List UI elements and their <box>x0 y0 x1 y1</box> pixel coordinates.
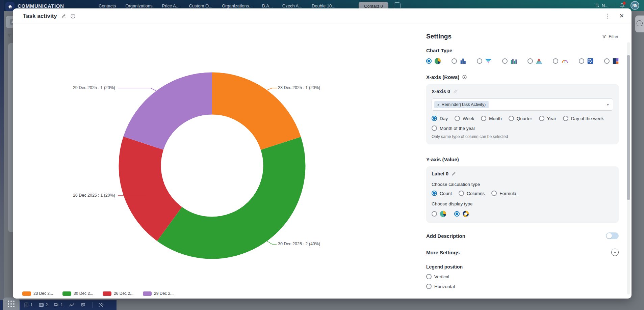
filter-button[interactable]: Filter <box>602 34 619 39</box>
apps-grid-button[interactable] <box>3 298 20 310</box>
info-icon[interactable] <box>462 75 467 80</box>
taskbar-item-documents[interactable]: 1 <box>24 302 33 308</box>
radio-label: Count <box>440 191 452 196</box>
chat-icon <box>53 302 59 308</box>
edit-xaxis-button[interactable] <box>453 89 458 94</box>
edit-yaxis-button[interactable] <box>452 171 456 176</box>
trend-line-icon <box>69 303 75 307</box>
taskbar-item-chat[interactable]: 1 <box>53 302 63 308</box>
radio-label: Day <box>440 116 448 121</box>
chart-type-funnel[interactable] <box>477 57 492 65</box>
nav-item[interactable]: Contacts <box>99 3 116 8</box>
legend-position-horizontal-row: Horizontal <box>426 284 619 289</box>
taskbar-count: 2 <box>46 303 48 307</box>
nav-item[interactable]: Price A... <box>162 3 180 8</box>
legend-item[interactable]: 30 Dec 2... <box>62 291 93 296</box>
radio <box>477 58 482 64</box>
radio <box>481 116 486 121</box>
topbar-divider <box>614 3 614 8</box>
nav-item[interactable]: Czech A... <box>282 3 302 8</box>
nav-item[interactable]: Custom O... <box>189 3 212 8</box>
radio <box>452 58 457 64</box>
new-tab-button[interactable] <box>394 2 401 9</box>
edit-title-button[interactable] <box>61 13 66 19</box>
nav-item[interactable]: Organizations... <box>222 3 253 8</box>
chart-type-treemap[interactable] <box>604 57 619 65</box>
pencil-icon <box>452 171 456 176</box>
period-option-quarter[interactable]: Quarter <box>509 116 532 121</box>
radio-label: Year <box>547 116 556 121</box>
legend-item[interactable]: 23 Dec 2... <box>22 291 53 296</box>
slice-label: 29 Dec 2025 : 1 (20%) <box>73 85 115 90</box>
radio <box>432 211 437 217</box>
legend-position-horizontal[interactable]: Horizontal <box>426 284 455 289</box>
taskbar-item-contacts[interactable]: 2 <box>38 302 48 308</box>
chart-canvas: 23 Dec 2025 : 1 (20%) 30 Dec 2025 : 2 (4… <box>13 24 419 298</box>
period-option-month[interactable]: Month <box>481 116 502 121</box>
selected-column-chip: x Reminder(Task Activity) <box>434 101 489 108</box>
period-option-year[interactable]: Year <box>539 116 556 121</box>
info-button[interactable] <box>70 13 76 19</box>
speech-bubble-icon <box>80 302 86 308</box>
radio-checked <box>432 191 437 196</box>
radio <box>491 191 497 196</box>
taskbar-divider <box>92 302 93 308</box>
display-option-pie[interactable] <box>432 210 447 218</box>
global-search[interactable]: N... <box>595 3 609 8</box>
nav-item[interactable]: Double 10... <box>312 3 335 8</box>
xaxis-column-select[interactable]: x Reminder(Task Activity) ▾ <box>432 98 613 111</box>
more-settings-label: More Settings <box>426 250 460 255</box>
search-icon <box>595 3 600 8</box>
calc-option-formula[interactable]: Formula <box>491 191 516 196</box>
chart-type-gauge[interactable] <box>553 57 569 65</box>
funnel-chart-icon <box>485 57 492 65</box>
period-option-week[interactable]: Week <box>455 116 474 121</box>
settings-scrollbar <box>627 42 630 294</box>
legend-item[interactable]: 29 Dec 2... <box>143 291 174 296</box>
taskbar-item-unpin[interactable] <box>98 302 104 308</box>
nav-item[interactable]: B.A... <box>262 3 273 8</box>
remove-chip-button[interactable]: x <box>437 103 439 107</box>
dialog-header: Task activity ⋮ ✕ <box>13 8 632 24</box>
yaxis-heading: Y-axis (Value) <box>426 157 619 162</box>
chart-type-pyramid[interactable] <box>527 57 543 65</box>
legend-position-label: Legend position <box>426 264 619 270</box>
notifications-button[interactable] <box>620 3 625 8</box>
xaxis-group-label: X-axis 0 <box>432 89 450 94</box>
collapse-chevron-icon[interactable] <box>637 20 643 26</box>
taskbar-item-comments[interactable] <box>80 302 86 308</box>
chart-type-pie[interactable] <box>426 57 441 65</box>
avatar[interactable]: NN <box>630 1 639 10</box>
chart-legend: 23 Dec 2... 30 Dec 2... 26 Dec 2... 29 D… <box>22 291 174 296</box>
calc-option-count[interactable]: Count <box>432 191 452 196</box>
dialog-menu-button[interactable]: ⋮ <box>605 12 611 20</box>
scrollbar-thumb[interactable] <box>627 55 630 200</box>
slice-label: 23 Dec 2025 : 1 (20%) <box>278 85 320 90</box>
contact-card-icon <box>38 302 44 308</box>
add-description-toggle[interactable] <box>606 232 619 239</box>
legend-item[interactable]: 26 Dec 2... <box>103 291 133 296</box>
calc-options-row: Count Columns Formula <box>432 191 613 196</box>
dialog-close-button[interactable]: ✕ <box>619 12 624 20</box>
radio-label: Month <box>489 116 502 121</box>
chart-type-column[interactable] <box>502 57 517 65</box>
radio <box>432 125 437 131</box>
calc-option-columns[interactable]: Columns <box>459 191 485 196</box>
taskbar-item-trends[interactable] <box>69 303 75 307</box>
toggle-knob <box>607 233 612 238</box>
display-option-donut[interactable] <box>454 210 469 218</box>
radio <box>563 116 568 121</box>
period-option-month-of-year[interactable]: Month of the year <box>432 125 475 131</box>
chart-type-table[interactable] <box>579 57 594 65</box>
period-option-day[interactable]: Day <box>432 116 448 121</box>
legend-position-vertical[interactable]: Vertical <box>426 274 449 279</box>
nav-item[interactable]: Organizations <box>125 3 152 8</box>
donut-display-icon <box>462 210 469 218</box>
more-settings-collapse-button[interactable] <box>611 249 619 256</box>
slice-label: 30 Dec 2025 : 2 (40%) <box>278 242 320 246</box>
bar-chart-icon <box>459 57 467 65</box>
chart-type-bar[interactable] <box>452 57 467 65</box>
radio <box>553 58 558 64</box>
taskbar-count: 1 <box>30 303 33 307</box>
period-option-day-of-week[interactable]: Day of the week <box>563 116 604 121</box>
